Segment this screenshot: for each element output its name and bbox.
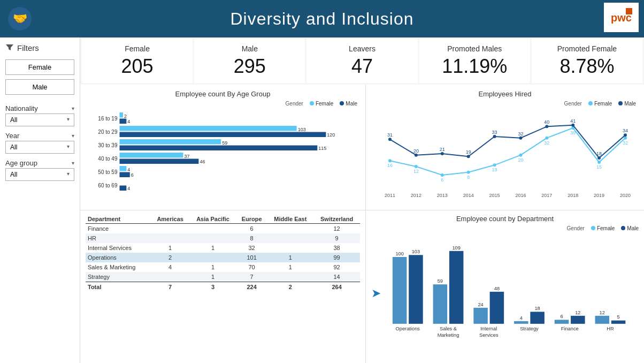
svg-text:2013: 2013 (437, 193, 448, 198)
table-cell: 6 (236, 224, 267, 234)
svg-text:41: 41 (570, 118, 576, 124)
line-chart-svg: 1612681320323915323120211933324041183420… (374, 109, 636, 200)
svg-rect-26 (120, 166, 127, 171)
svg-text:2011: 2011 (385, 193, 395, 198)
kpi-leavers-label: Leavers (349, 44, 375, 53)
col-swiss: Switzerland (313, 215, 360, 224)
dept-bar-legend-male: Male (621, 225, 639, 231)
table-cell: Total (86, 282, 151, 292)
nationality-label: Nationality (5, 104, 38, 112)
svg-rect-23 (120, 159, 199, 164)
svg-text:12: 12 (600, 310, 605, 315)
dept-bar-legend-label: Gender (567, 225, 585, 231)
kpi-female-label: Female (125, 44, 150, 53)
table-cell (189, 224, 236, 234)
svg-point-57 (441, 152, 444, 155)
filters-title: Filters (5, 43, 74, 53)
dept-bar-legend: Gender Female Male (371, 225, 639, 231)
svg-rect-21 (120, 153, 183, 158)
svg-text:46: 46 (200, 159, 205, 164)
table-cell (151, 233, 189, 243)
col-dept: Department (86, 215, 151, 224)
department-table: Department Americas Asia Pacific Europe … (86, 215, 360, 292)
nationality-section: Nationality ▾ (5, 104, 74, 112)
svg-text:4: 4 (127, 186, 130, 191)
svg-point-71 (624, 133, 627, 137)
svg-rect-8 (120, 119, 127, 124)
table-cell: 1 (267, 253, 313, 262)
svg-rect-11 (120, 126, 297, 131)
svg-text:12: 12 (575, 310, 580, 315)
svg-text:4: 4 (127, 119, 130, 124)
svg-text:18: 18 (534, 306, 540, 311)
svg-text:20: 20 (518, 157, 523, 163)
table-cell: HR (86, 233, 151, 243)
svg-text:115: 115 (318, 146, 326, 151)
male-filter-button[interactable]: Male (5, 79, 74, 95)
year-chevron: ▾ (72, 133, 74, 139)
pwc-logo: pwc (608, 5, 635, 29)
table-cell: 8 (236, 233, 267, 243)
svg-text:2018: 2018 (568, 193, 578, 198)
table-cell: 264 (313, 282, 360, 292)
svg-text:8: 8 (467, 175, 470, 180)
table-cell: 9 (313, 233, 360, 243)
kpi-row: Female 205 Male 295 Leavers 47 Promoted … (80, 37, 644, 85)
agegroup-value: All (10, 171, 17, 178)
svg-text:32: 32 (544, 140, 549, 146)
hired-legend-label: Gender (564, 101, 582, 107)
svg-rect-31 (120, 186, 127, 191)
svg-text:20 to 29: 20 to 29 (98, 129, 118, 135)
hired-chart-title: Employees Hired (374, 90, 636, 98)
table-cell: 32 (236, 243, 267, 253)
svg-text:2019: 2019 (594, 193, 604, 198)
dept-bar-title: Employee count by Department (371, 215, 639, 223)
year-dropdown[interactable]: All ▾ (5, 141, 74, 154)
svg-rect-110 (595, 316, 610, 324)
svg-text:39: 39 (570, 130, 576, 135)
svg-point-55 (415, 154, 418, 157)
svg-text:16 to 19: 16 to 19 (98, 116, 118, 122)
svg-text:33: 33 (492, 130, 497, 135)
table-cell (151, 272, 189, 282)
svg-rect-18 (120, 146, 318, 151)
svg-text:16: 16 (387, 163, 393, 168)
kpi-promoted-female-value: 8.78% (559, 55, 614, 78)
svg-text:103: 103 (298, 127, 306, 132)
svg-text:100: 100 (395, 251, 404, 256)
svg-text:30 to 39: 30 to 39 (98, 142, 118, 148)
hired-legend-male: Male (618, 101, 636, 107)
svg-rect-16 (120, 139, 221, 145)
svg-text:59: 59 (438, 278, 443, 284)
age-chart-title: Employee count By Age Group (88, 90, 357, 98)
svg-text:59: 59 (222, 140, 227, 146)
svg-text:24: 24 (478, 302, 483, 307)
svg-rect-105 (555, 320, 569, 323)
svg-text:Internal: Internal (480, 326, 497, 331)
svg-text:13: 13 (492, 167, 497, 172)
table-cell (151, 224, 189, 234)
hired-line-chart: Employees Hired Gender Female Male 16126… (366, 85, 644, 210)
svg-text:2017: 2017 (541, 193, 552, 198)
nationality-dropdown[interactable]: All ▾ (5, 114, 74, 126)
table-cell: Strategy (86, 272, 151, 282)
dept-table-body: Finance612HR89Internal Services113238Ope… (86, 224, 360, 292)
kpi-male: Male 295 (194, 39, 305, 83)
svg-rect-28 (120, 172, 130, 178)
agegroup-dropdown[interactable]: All ▾ (5, 168, 74, 181)
svg-rect-88 (433, 284, 448, 324)
female-filter-button[interactable]: Female (5, 59, 74, 75)
kpi-promoted-males-value: 11.19% (442, 55, 507, 78)
svg-rect-94 (473, 308, 488, 324)
svg-rect-13 (120, 132, 326, 138)
agegroup-label: Age group (5, 159, 37, 167)
table-row: Operations2101199 (86, 253, 360, 262)
svg-point-41 (493, 163, 496, 167)
table-row: HR89 (86, 233, 360, 243)
dept-bar-legend-female: Female (591, 225, 615, 231)
table-header-row: Department Americas Asia Pacific Europe … (86, 215, 360, 224)
age-chart-legend: Gender Female Male (88, 101, 357, 107)
table-cell: 7 (236, 272, 267, 282)
svg-rect-96 (490, 292, 504, 324)
svg-text:21: 21 (440, 147, 445, 152)
